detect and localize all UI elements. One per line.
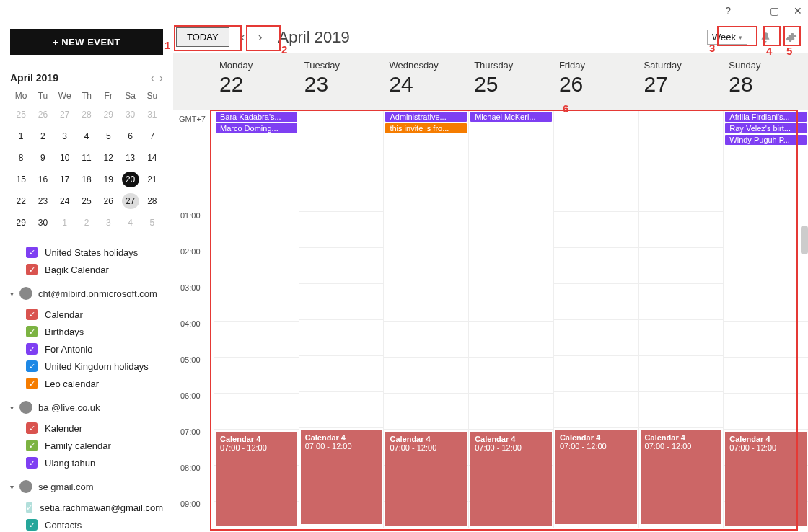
mini-day[interactable]: 20 [122,172,139,187]
calendar-item[interactable]: Contacts [10,516,163,532]
day-column[interactable]: Bara Kadabra's...Marco Doming...Calendar… [214,110,299,528]
mini-day[interactable]: 18 [78,172,95,187]
mini-day[interactable]: 3 [100,215,117,231]
mini-day[interactable]: 28 [144,193,161,209]
allday-event[interactable]: Windy Puguh P... [725,135,807,145]
mini-day[interactable]: 6 [122,128,139,144]
checkbox-icon[interactable] [26,309,38,320]
mini-day[interactable]: 12 [100,150,117,166]
account-header[interactable]: ▾ba @live.co.uk [10,401,163,414]
calendar-item[interactable]: United States holidays [10,244,163,261]
checkbox-icon[interactable] [26,457,38,469]
allday-event[interactable]: Marco Doming... [216,123,297,133]
allday-event[interactable]: Afrilia Firdiani's... [725,112,807,122]
gear-icon[interactable] [783,30,799,45]
scrollbar[interactable] [801,226,808,254]
calendar-item[interactable]: Family calendar [10,437,163,454]
mini-day[interactable]: 8 [12,150,30,166]
calendar-item[interactable]: setia.rachmawan@gmail.com [10,499,163,516]
next-week-icon[interactable]: › [257,30,264,45]
mini-day[interactable]: 1 [56,215,74,231]
mini-day[interactable]: 10 [56,150,74,166]
mini-day[interactable]: 5 [100,128,117,144]
calendar-item[interactable]: Bagik Calendar [10,261,163,278]
calendar-item[interactable]: Kalender [10,420,163,437]
prev-week-icon[interactable]: ‹ [240,30,247,45]
day-column[interactable]: Michael McKerl...Calendar 407:00 - 12:00 [468,110,553,528]
mini-day[interactable]: 29 [12,215,30,231]
checkbox-icon[interactable] [26,422,38,434]
allday-event[interactable]: Administrative... [385,112,467,122]
day-header[interactable]: Saturday27 [638,53,724,110]
day-column[interactable]: Afrilia Firdiani's...Ray Velez's birt...… [723,110,808,528]
timed-event[interactable]: Calendar 407:00 - 12:00 [216,432,297,526]
day-header[interactable]: Monday22 [214,53,299,110]
day-columns[interactable]: Bara Kadabra's...Marco Doming...Calendar… [214,110,808,528]
day-header[interactable]: Friday26 [553,53,638,110]
calendar-item[interactable]: For Antonio [10,340,163,358]
mini-day[interactable]: 14 [144,150,161,166]
timed-event[interactable]: Calendar 407:00 - 12:00 [556,430,637,524]
timed-event[interactable]: Calendar 407:00 - 12:00 [641,430,722,524]
close-button[interactable]: ✕ [794,5,802,17]
day-column[interactable]: Calendar 407:00 - 12:00 [638,110,724,528]
day-header[interactable]: Wednesday24 [383,53,468,110]
day-header[interactable]: Sunday28 [723,53,808,110]
calendar-item[interactable]: United Kingdom holidays [10,358,163,375]
checkbox-icon[interactable] [26,378,38,389]
day-column[interactable]: Calendar 407:00 - 12:00 [299,110,384,528]
calendar-item[interactable]: Leo calendar [10,375,163,392]
mini-day[interactable]: 13 [122,150,139,166]
day-column[interactable]: Administrative...this invite is fro...Ca… [383,110,468,528]
mini-day[interactable]: 16 [34,172,51,187]
maximize-button[interactable]: ▢ [770,5,779,17]
today-button[interactable]: TODAY [176,27,229,47]
mini-day[interactable]: 3 [56,128,74,144]
checkbox-icon[interactable] [26,360,38,372]
mini-day[interactable]: 5 [144,215,161,231]
help-icon[interactable]: ? [725,5,731,17]
checkbox-icon[interactable] [26,247,38,258]
mini-day[interactable]: 22 [12,193,30,209]
mini-day[interactable]: 11 [78,150,95,166]
timed-event[interactable]: Calendar 407:00 - 12:00 [301,430,382,524]
mini-calendar[interactable]: MoTuWeThFrSaSu25262728293031123456789101… [10,91,163,231]
calendar-item[interactable]: Birthdays [10,323,163,340]
calendar-item[interactable]: Calendar [10,306,163,323]
checkbox-icon[interactable] [26,343,38,355]
account-header[interactable]: ▾cht@mlbird.onmicrosoft.com [10,287,163,300]
mini-day[interactable]: 9 [34,150,51,166]
mini-day[interactable]: 21 [144,172,161,187]
allday-event[interactable]: Michael McKerl... [470,112,552,122]
checkbox-icon[interactable] [26,326,38,337]
mini-next-icon[interactable]: › [159,72,163,84]
mini-day[interactable]: 30 [34,215,51,231]
mini-day[interactable]: 24 [56,193,74,209]
mini-day[interactable]: 27 [122,193,139,209]
bell-icon[interactable] [758,30,773,45]
mini-day[interactable]: 7 [144,128,161,144]
allday-event[interactable]: this invite is fro... [385,123,467,133]
mini-day[interactable]: 15 [12,172,30,187]
checkbox-icon[interactable] [26,502,32,513]
allday-event[interactable]: Ray Velez's birt... [725,123,807,133]
day-column[interactable]: Calendar 407:00 - 12:00 [553,110,638,528]
minimize-button[interactable]: — [745,5,755,17]
day-header[interactable]: Tuesday23 [299,53,384,110]
new-event-button[interactable]: + NEW EVENT [10,29,163,55]
mini-day[interactable]: 19 [100,172,117,187]
mini-day[interactable]: 4 [122,215,139,231]
allday-event[interactable]: Bara Kadabra's... [216,112,297,122]
checkbox-icon[interactable] [26,264,38,275]
mini-day[interactable]: 26 [100,193,117,209]
timed-event[interactable]: Calendar 407:00 - 12:00 [725,432,807,526]
mini-prev-icon[interactable]: ‹ [151,72,154,84]
mini-day[interactable]: 1 [12,128,30,144]
timed-event[interactable]: Calendar 407:00 - 12:00 [470,432,552,526]
timed-event[interactable]: Calendar 407:00 - 12:00 [385,432,467,526]
checkbox-icon[interactable] [26,440,38,451]
mini-day[interactable]: 2 [34,128,51,144]
calendar-item[interactable]: Ulang tahun [10,454,163,471]
day-header[interactable]: Thursday25 [468,53,553,110]
mini-day[interactable]: 17 [56,172,74,187]
